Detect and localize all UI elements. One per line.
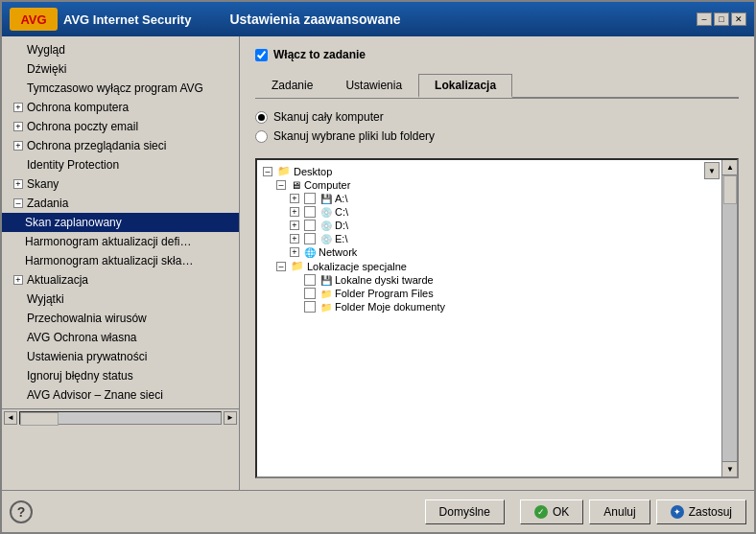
- defaults-button[interactable]: Domyślne: [425, 499, 505, 524]
- tree-label: Computer: [304, 179, 350, 191]
- logo-area: AVG AVG Internet Security: [10, 8, 191, 31]
- expand-computer[interactable]: –: [276, 180, 286, 190]
- tree-label: Lokalne dyski twarde: [335, 274, 434, 286]
- apply-button[interactable]: ✦ Zastosuj: [656, 499, 746, 524]
- expand-icon: +: [13, 103, 23, 112]
- sidebar-item-label: Aktualizacja: [27, 273, 88, 287]
- sidebar-item-identity-protection[interactable]: Identity Protection: [2, 155, 239, 174]
- sidebar-item-label: AVG Ochrona własna: [27, 331, 137, 344]
- expand-icon: –: [13, 198, 23, 208]
- sidebar-item-label: Ochrona komputera: [27, 101, 129, 114]
- expand-desktop[interactable]: –: [263, 167, 272, 176]
- sidebar-item-ochrona-przegladania[interactable]: + Ochrona przeglądania sieci: [2, 136, 239, 155]
- sidebar-item-harmonogram-definicji[interactable]: Harmonogram aktualizacji defini…: [2, 232, 239, 251]
- checkbox-e-drive[interactable]: [304, 233, 316, 244]
- sidebar-scrollbar: ◄ ►: [2, 408, 239, 426]
- tree-item-network[interactable]: + 🌐 Network: [288, 245, 720, 259]
- tree-item-lokalizacje[interactable]: – 📁 Lokalizacje specjalne: [274, 259, 720, 273]
- scroll-track: [722, 175, 737, 461]
- sidebar-item-skany[interactable]: + Skany: [2, 174, 239, 194]
- tab-zadanie[interactable]: Zadanie: [255, 74, 329, 98]
- radio-wybrane-pliki[interactable]: [255, 130, 268, 143]
- tree-item-e-drive[interactable]: + 💿 E:\: [288, 232, 720, 245]
- sidebar-item-skan-zaplanowany[interactable]: Skan zaplanowany: [2, 213, 239, 232]
- checkbox-a-drive[interactable]: [304, 193, 316, 204]
- folder-icon: 📁: [291, 260, 304, 272]
- cancel-button[interactable]: Anuluj: [589, 499, 650, 524]
- checkbox-moje-dokumenty[interactable]: [304, 301, 316, 313]
- tree-label: Folder Program Files: [335, 288, 434, 299]
- close-button[interactable]: ✕: [731, 12, 746, 26]
- tree-item-program-files[interactable]: 📁 Folder Program Files: [288, 287, 720, 300]
- expand-c-drive[interactable]: +: [290, 207, 299, 217]
- radio-dot: [258, 114, 265, 121]
- expand-network[interactable]: +: [290, 247, 299, 257]
- sidebar-item-wyglad[interactable]: Wygląd: [2, 40, 239, 59]
- expand-e-drive[interactable]: +: [290, 234, 299, 244]
- checkbox-d-drive[interactable]: [304, 220, 316, 231]
- radio-caly-komputer[interactable]: [255, 111, 268, 124]
- tree-item-d-drive[interactable]: + 💿 D:\: [288, 219, 720, 232]
- sidebar-item-ochrona-poczty[interactable]: + Ochrona poczty email: [2, 117, 239, 136]
- sidebar-item-zadania[interactable]: – Zadania: [2, 194, 239, 213]
- tree-item-lokalne-dyski[interactable]: 💾 Lokalne dyski twarde: [288, 273, 720, 287]
- sidebar-item-przechowalnia[interactable]: Przechowalnia wirusów: [2, 309, 239, 328]
- tree-label: Folder Moje dokumenty: [335, 301, 445, 313]
- radio-group: Skanuj cały komputer Skanuj wybrane plik…: [255, 110, 739, 149]
- ok-label: OK: [553, 505, 569, 519]
- minimize-button[interactable]: –: [697, 12, 712, 26]
- sidebar-item-avg-ochrona[interactable]: AVG Ochrona własna: [2, 328, 239, 347]
- sidebar-item-ochrona-komputera[interactable]: + Ochrona komputera: [2, 98, 239, 117]
- scroll-thumb[interactable]: [723, 175, 737, 204]
- ok-button[interactable]: ✓ OK: [520, 499, 583, 524]
- sidebar-scroll-track: [19, 411, 222, 425]
- sidebar-item-label: Ochrona poczty email: [27, 120, 138, 133]
- enable-task-checkbox[interactable]: [255, 49, 268, 61]
- tab-lokalizacja[interactable]: Lokalizacja: [418, 74, 512, 98]
- sidebar-item-tymczasowo[interactable]: Tymczasowo wyłącz program AVG: [2, 79, 239, 98]
- restore-button[interactable]: □: [714, 12, 729, 26]
- expand-icon: +: [13, 141, 23, 151]
- tree-item-a-drive[interactable]: + 💾 A:\: [288, 192, 720, 205]
- checkbox-c-drive[interactable]: [304, 206, 316, 218]
- folder-icon: 📁: [320, 302, 332, 313]
- expand-lokalizacje[interactable]: –: [276, 262, 286, 271]
- drive-icon: 💿: [320, 221, 332, 231]
- tree-label: A:\: [335, 193, 347, 204]
- sidebar-item-ustawienia-prywatnosci[interactable]: Ustawienia prywatności: [2, 347, 239, 366]
- tree-label: Network: [319, 246, 357, 258]
- checkbox-lokalne-dyski[interactable]: [304, 274, 316, 286]
- sidebar-item-dzwieki[interactable]: Dźwięki: [2, 59, 239, 79]
- tree-label: C:\: [335, 206, 348, 218]
- sidebar-item-wyjatki[interactable]: Wyjątki: [2, 290, 239, 309]
- scroll-down[interactable]: ▼: [722, 461, 738, 476]
- checkbox-program-files[interactable]: [304, 288, 316, 299]
- expand-a-drive[interactable]: +: [290, 194, 299, 203]
- sidebar-item-aktualizacja[interactable]: + Aktualizacja: [2, 270, 239, 290]
- tree-item-desktop[interactable]: – 📁 Desktop: [261, 164, 720, 178]
- sidebar-item-avg-advisor[interactable]: AVG Advisor – Znane sieci: [2, 385, 239, 405]
- drive-icon: 💿: [320, 234, 332, 244]
- tree-item-moje-dokumenty[interactable]: 📁 Folder Moje dokumenty: [288, 300, 720, 313]
- sidebar-item-label: Zadania: [27, 197, 68, 210]
- tab-ustawienia[interactable]: Ustawienia: [329, 74, 418, 98]
- sidebar-item-ignoruj[interactable]: Ignoruj błędny status: [2, 366, 239, 385]
- sidebar-scroll-left[interactable]: ◄: [4, 411, 17, 425]
- tree-item-c-drive[interactable]: + 💿 C:\: [288, 205, 720, 219]
- sidebar-scroll-right[interactable]: ►: [224, 411, 237, 425]
- tree-dropdown-arrow[interactable]: ▼: [704, 162, 720, 179]
- sidebar-scroll-thumb[interactable]: [20, 412, 59, 426]
- sidebar-item-label: AVG Advisor – Znane sieci: [27, 388, 163, 402]
- sidebar: Wygląd Dźwięki Tymczasowo wyłącz program…: [2, 36, 240, 408]
- tree-container[interactable]: – 📁 Desktop – 🖥 Computer + 💾: [257, 160, 737, 476]
- scroll-up[interactable]: ▲: [722, 160, 738, 175]
- ok-icon: ✓: [534, 505, 548, 519]
- radio-row-wybrane-pliki: Skanuj wybrane pliki lub foldery: [255, 129, 739, 143]
- main-window: AVG AVG Internet Security Ustawienia zaa…: [0, 0, 756, 534]
- help-button[interactable]: ?: [10, 500, 33, 523]
- expand-d-drive[interactable]: +: [290, 221, 299, 230]
- tree-item-computer[interactable]: – 🖥 Computer: [274, 178, 720, 192]
- expand-icon: +: [13, 275, 23, 285]
- sidebar-item-harmonogram-skladni[interactable]: Harmonogram aktualizacji składn…: [2, 251, 239, 270]
- app-name: AVG Internet Security: [63, 12, 191, 27]
